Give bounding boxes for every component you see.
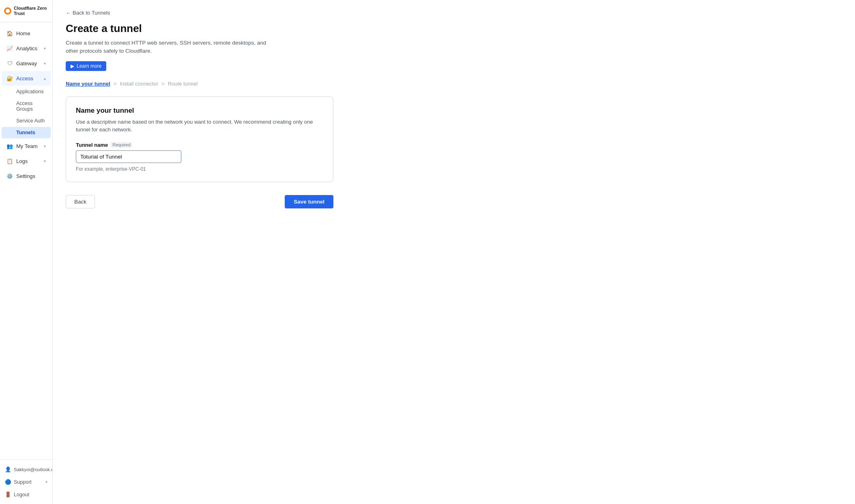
action-bar: Back Save tunnel [66, 195, 333, 208]
settings-icon: ⚙️ [6, 173, 13, 179]
sidebar-logs-label: Logs [16, 158, 28, 164]
logs-icon: 📋 [6, 158, 13, 164]
card-title: Name your tunnel [76, 107, 323, 115]
tunnel-name-input[interactable] [76, 150, 181, 163]
sidebar: Cloudflare Zero Trust 🏠 Home 📈 Analytics… [0, 0, 53, 504]
save-tunnel-button[interactable]: Save tunnel [285, 195, 333, 208]
sidebar-user[interactable]: 👤 Sakkyoi@outlook.c... ▾ [0, 463, 52, 476]
brand: Cloudflare Zero Trust [0, 0, 52, 22]
sidebar-item-my-team[interactable]: 👥 My Team ▾ [2, 139, 51, 153]
back-button[interactable]: Back [66, 195, 95, 208]
my-team-icon: 👥 [6, 143, 13, 149]
sidebar-sub-access-groups[interactable]: Access Groups [2, 98, 51, 115]
gateway-icon: 🛡 [6, 60, 13, 66]
sidebar-nav: 🏠 Home 📈 Analytics ▾ 🛡 Gateway ▾ 🔐 Acc [0, 22, 52, 459]
sidebar-item-home[interactable]: 🏠 Home [2, 26, 51, 41]
sidebar-item-access[interactable]: 🔐 Access ▴ [2, 71, 51, 86]
brand-icon [4, 7, 11, 15]
sidebar-home-label: Home [16, 30, 30, 36]
support-icon: 🔵 [5, 479, 11, 485]
main-content: ← Back to Tunnels Create a tunnel Create… [53, 0, 855, 504]
analytics-chevron: ▾ [44, 46, 46, 51]
sidebar-sub-tunnels[interactable]: Tunnels [2, 127, 51, 138]
tunnel-card: Name your tunnel Use a descriptive name … [66, 97, 333, 182]
svg-point-0 [6, 9, 10, 13]
step-install-connector: Install connector [120, 81, 158, 87]
sidebar-my-team-label: My Team [16, 143, 38, 149]
user-icon: 👤 [5, 466, 11, 472]
step-sep-2: > [161, 81, 165, 87]
step-name-tunnel[interactable]: Name your tunnel [66, 81, 110, 87]
page-title: Create a tunnel [66, 22, 842, 35]
back-to-tunnels-link[interactable]: ← Back to Tunnels [66, 10, 842, 16]
steps-breadcrumb: Name your tunnel > Install connector > R… [66, 81, 842, 87]
back-link-text: Back to Tunnels [73, 10, 110, 16]
sidebar-logout-label: Logout [14, 492, 29, 498]
support-chevron: ▾ [45, 480, 47, 484]
sidebar-logout[interactable]: 🚪 Logout [0, 488, 52, 501]
back-arrow-icon: ← [66, 10, 71, 16]
sidebar-settings-label: Settings [16, 173, 35, 179]
field-hint: For example, enterprise-VPC-01 [76, 166, 323, 172]
access-chevron: ▴ [44, 76, 46, 81]
learn-more-icon: ▶ [71, 63, 74, 69]
logout-icon: 🚪 [5, 491, 11, 498]
card-description: Use a descriptive name based on the netw… [76, 118, 323, 134]
sidebar-item-gateway[interactable]: 🛡 Gateway ▾ [2, 56, 51, 71]
analytics-icon: 📈 [6, 45, 13, 51]
learn-more-label: Learn more [77, 63, 101, 69]
sidebar-sub-service-auth[interactable]: Service Auth [2, 115, 51, 127]
sidebar-user-label: Sakkyoi@outlook.c... [14, 467, 53, 472]
sidebar-support-label: Support [14, 479, 32, 485]
step-sep-1: > [114, 81, 117, 87]
sidebar-item-logs[interactable]: 📋 Logs ▾ [2, 154, 51, 168]
brand-name: Cloudflare Zero Trust [14, 6, 48, 16]
logs-chevron: ▾ [44, 159, 46, 163]
sidebar-gateway-label: Gateway [16, 60, 37, 66]
sidebar-footer: 👤 Sakkyoi@outlook.c... ▾ 🔵 Support ▾ 🚪 L… [0, 459, 52, 504]
required-badge: Required [110, 142, 133, 148]
gateway-chevron: ▾ [44, 61, 46, 66]
sidebar-access-label: Access [16, 75, 33, 81]
sidebar-support[interactable]: 🔵 Support ▾ [0, 476, 52, 488]
sidebar-item-settings[interactable]: ⚙️ Settings [2, 169, 51, 183]
home-icon: 🏠 [6, 30, 13, 36]
learn-more-button[interactable]: ▶ Learn more [66, 61, 106, 71]
access-icon: 🔐 [6, 75, 13, 81]
sidebar-item-analytics[interactable]: 📈 Analytics ▾ [2, 41, 51, 56]
my-team-chevron: ▾ [44, 144, 46, 148]
page-description: Create a tunnel to connect HTTP web serv… [66, 39, 269, 56]
step-route-tunnel: Route tunnel [168, 81, 198, 87]
sidebar-analytics-label: Analytics [16, 45, 37, 51]
tunnel-name-label: Tunnel name Required [76, 142, 323, 148]
sidebar-sub-applications[interactable]: Applications [2, 86, 51, 97]
